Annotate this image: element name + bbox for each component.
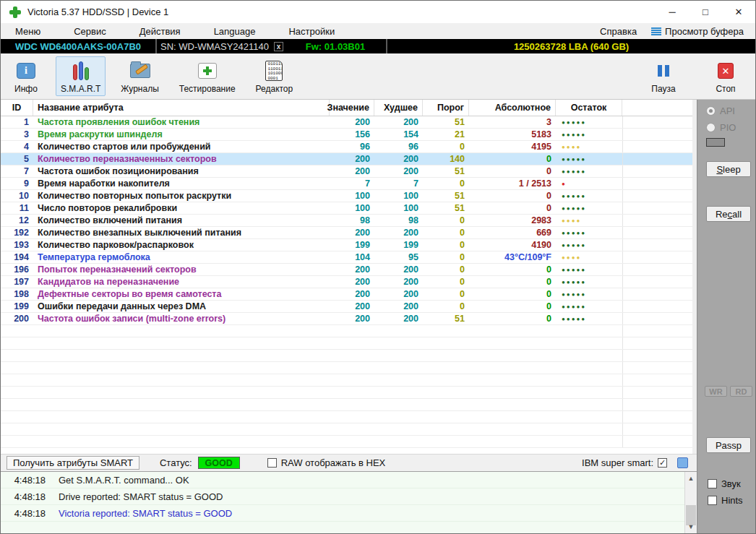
toolbar-button-s-m-a-r-t[interactable]: S.M.A.R.T bbox=[56, 56, 106, 96]
col-header-raw[interactable]: Абсолютное bbox=[469, 100, 556, 116]
toolbar: iИнфоS.M.A.R.TЖурналыТестирование010110 … bbox=[1, 53, 755, 100]
stop-button[interactable]: ✕ Стоп bbox=[706, 56, 745, 96]
smart-attribute-row-193[interactable]: 193Количество парковок/распарковок199199… bbox=[1, 239, 692, 251]
log-message: Drive reported: SMART status = GOOD bbox=[59, 491, 223, 502]
device-tab-close[interactable]: x bbox=[272, 39, 285, 53]
sound-checkbox[interactable] bbox=[708, 479, 717, 488]
menu-item-0[interactable]: Меню bbox=[7, 25, 49, 38]
log-entry: 4:48:18Drive reported: SMART status = GO… bbox=[1, 488, 684, 505]
api-radio-option[interactable]: API bbox=[706, 105, 735, 116]
app-logo-green-cross-icon bbox=[9, 7, 21, 18]
hints-checkbox[interactable] bbox=[708, 496, 717, 505]
smart-attributes-table: ID Название атрибута Значение Худшее Пор… bbox=[1, 100, 697, 454]
device-close-x-icon[interactable]: x bbox=[274, 42, 283, 51]
empty-row bbox=[1, 337, 692, 350]
health-dots: ●●●●● bbox=[556, 316, 622, 322]
col-header-value[interactable]: Значение bbox=[330, 100, 374, 116]
device-model[interactable]: WDC WD6400AAKS-00A7B0 bbox=[1, 39, 155, 53]
raw-hex-checkbox[interactable] bbox=[267, 458, 277, 468]
menu-item-1[interactable]: Сервис bbox=[65, 25, 115, 38]
ibm-blue-indicator[interactable] bbox=[677, 457, 688, 468]
smart-attribute-row-200[interactable]: 200Частота ошибок записи (multi-zone err… bbox=[1, 313, 692, 325]
window-title: Victoria 5.37 HDD/SSD | Device 1 bbox=[27, 7, 168, 17]
health-dots: ●●●●● bbox=[556, 279, 622, 285]
smart-attribute-row-194[interactable]: 194Температура гермоблока10495043°C/109°… bbox=[1, 251, 692, 264]
api-radio-icon[interactable] bbox=[706, 106, 716, 116]
buffer-view-label: Просмотр буфера bbox=[665, 26, 744, 37]
col-header-health[interactable]: Остаток bbox=[556, 100, 622, 116]
menu-item-3[interactable]: Language bbox=[205, 25, 265, 38]
col-header-name[interactable]: Название атрибута bbox=[33, 100, 330, 116]
toolbar-button-журналы[interactable]: Журналы bbox=[116, 56, 163, 96]
ibm-super-smart-checkbox[interactable]: ✓ bbox=[658, 458, 667, 468]
smart-attribute-row-198[interactable]: 198Дефектные секторы во время самотеста2… bbox=[1, 288, 692, 301]
smart-attribute-row-10[interactable]: 10Количество повторных попыток раскрутки… bbox=[1, 190, 692, 202]
get-smart-button[interactable]: Получить атрибуты SMART bbox=[7, 456, 139, 470]
pio-label: PIO bbox=[720, 122, 736, 133]
toolbar-button-тестирование[interactable]: Тестирование bbox=[174, 56, 241, 96]
health-dots: ●●●●● bbox=[556, 230, 622, 236]
passp-button[interactable]: Passp bbox=[706, 437, 751, 453]
device-capacity: 1250263728 LBA (640 GB) bbox=[387, 39, 755, 53]
api-label: API bbox=[720, 105, 735, 116]
close-button[interactable]: ✕ bbox=[722, 1, 755, 23]
pio-radio-icon[interactable] bbox=[706, 123, 716, 132]
buffer-view-button[interactable]: Просмотр буфера bbox=[645, 25, 749, 38]
sleep-button[interactable]: Sleep bbox=[706, 161, 751, 177]
health-dots: ●●●● bbox=[556, 254, 622, 261]
toolbar-button-инфо[interactable]: iИнфо bbox=[7, 56, 46, 96]
smart-attribute-row-192[interactable]: 192Количество внезапных выключений питан… bbox=[1, 227, 692, 239]
test-cross-icon bbox=[195, 59, 220, 82]
wr-button[interactable]: WR bbox=[705, 386, 727, 397]
smart-attribute-row-12[interactable]: 12Количество включений питания989802983●… bbox=[1, 215, 692, 227]
smart-attribute-row-4[interactable]: 4Количество стартов или пробуждений96960… bbox=[1, 141, 692, 153]
smart-attribute-row-196[interactable]: 196Попыток переназначений секторов200200… bbox=[1, 264, 692, 276]
smart-attribute-row-7[interactable]: 7Частота ошибок позиционирования20020051… bbox=[1, 165, 692, 178]
health-dots: ●●●●● bbox=[556, 303, 622, 310]
smart-attribute-row-11[interactable]: 11Число повторов рекалибровки100100510●●… bbox=[1, 202, 692, 215]
table-header: ID Название атрибута Значение Худшее Пор… bbox=[1, 100, 692, 116]
col-header-id[interactable]: ID bbox=[1, 100, 33, 116]
menu-help[interactable]: Справка bbox=[591, 25, 645, 38]
scroll-up-icon[interactable]: ▲ bbox=[685, 473, 697, 484]
smart-attribute-row-9[interactable]: 9Время наработки накопителя7701 / 2513● bbox=[1, 178, 692, 190]
activity-indicator bbox=[706, 138, 725, 147]
health-dots: ●●●●● bbox=[556, 242, 622, 249]
col-header-worst[interactable]: Худшее bbox=[374, 100, 423, 116]
smart-attribute-row-199[interactable]: 199Ошибки передачи данных через DMA20020… bbox=[1, 301, 692, 313]
col-header-threshold[interactable]: Порог bbox=[423, 100, 469, 116]
menu-item-2[interactable]: Действия bbox=[131, 25, 189, 38]
recall-button[interactable]: Recall bbox=[706, 206, 751, 222]
scroll-down-icon[interactable]: ▼ bbox=[685, 521, 697, 533]
rd-button[interactable]: RD bbox=[730, 386, 752, 397]
buffer-list-icon bbox=[651, 27, 661, 35]
pause-button[interactable]: Пауза bbox=[644, 56, 683, 96]
hints-label: Hints bbox=[721, 495, 743, 506]
maximize-button[interactable]: □ bbox=[689, 1, 722, 23]
title-bar: Victoria 5.37 HDD/SSD | Device 1 ─ □ ✕ bbox=[1, 1, 755, 23]
sound-option[interactable]: Звук bbox=[708, 478, 741, 489]
health-dots: ●●●●● bbox=[556, 291, 622, 298]
empty-row bbox=[1, 411, 692, 423]
menu-bar: МенюСервисДействияLanguageНастройки Спра… bbox=[1, 23, 755, 39]
smart-attribute-row-3[interactable]: 3Время раскрутки шпинделя156154215183●●●… bbox=[1, 129, 692, 141]
smart-attribute-row-1[interactable]: 1Частота проявления ошибок чтения2002005… bbox=[1, 116, 692, 129]
status-good-badge: GOOD bbox=[198, 457, 240, 469]
pause-icon bbox=[658, 65, 669, 77]
empty-row bbox=[1, 374, 692, 387]
raw-hex-option[interactable]: RAW отображать в HEX bbox=[267, 457, 386, 468]
device-serial: SN: WD-WMASY2421140 bbox=[157, 39, 272, 53]
health-dots: ●●●●● bbox=[556, 132, 622, 138]
health-dots: ●●●●● bbox=[556, 168, 622, 175]
smart-attribute-row-197[interactable]: 197Кандидатов на переназначение20020000●… bbox=[1, 276, 692, 288]
toolbar-button-редактор[interactable]: 010110 110011 101000 0001Редактор bbox=[251, 56, 298, 96]
smart-attribute-row-5[interactable]: 5Количество переназначенных секторов2002… bbox=[1, 153, 692, 165]
minimize-button[interactable]: ─ bbox=[656, 1, 689, 23]
stop-icon: ✕ bbox=[718, 63, 734, 79]
hints-option[interactable]: Hints bbox=[708, 495, 743, 506]
menu-item-4[interactable]: Настройки bbox=[280, 25, 343, 38]
pio-radio-option[interactable]: PIO bbox=[706, 122, 736, 133]
log-scrollbar[interactable]: ▲ ▼ bbox=[684, 472, 697, 533]
log-time: 4:48:18 bbox=[1, 491, 46, 502]
log-panel: 4:48:18Get S.M.A.R.T. command... OK4:48:… bbox=[1, 471, 697, 533]
